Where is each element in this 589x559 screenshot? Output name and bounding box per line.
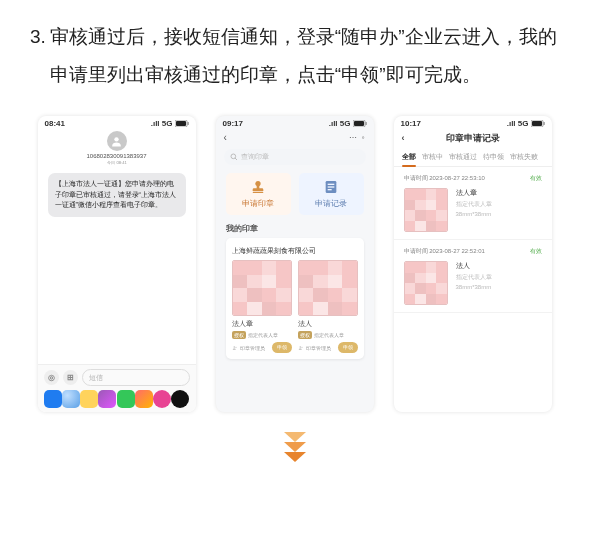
- svg-point-3: [114, 137, 118, 141]
- svg-marker-23: [284, 452, 306, 462]
- time-label: 申请时间: [404, 175, 428, 181]
- svg-line-8: [235, 158, 237, 160]
- record-item[interactable]: 申请时间 2023-08-27 22:53:10 有效 法人章 指定代表人章 3…: [394, 167, 552, 240]
- claim-button[interactable]: 申领: [338, 342, 358, 353]
- back-icon[interactable]: ‹: [402, 133, 405, 143]
- filter-tab-failed[interactable]: 审核失败: [510, 148, 538, 166]
- dock-icon[interactable]: [62, 390, 80, 408]
- records-title: 印章申请记录: [446, 133, 500, 143]
- signal-text: .ıll 5G: [507, 119, 529, 128]
- signal-text: .ıll 5G: [151, 119, 173, 128]
- seal-app-phone: 09:17 .ıll 5G ‹ ⋯ ◦ 查询印章 申请印章: [216, 116, 374, 412]
- clock: 09:17: [223, 119, 243, 128]
- step-text: 审核通过后，接收短信通知，登录“随申办”企业云进入，我的申请里列出审核通过的印章…: [50, 18, 559, 94]
- dock-icon[interactable]: [117, 390, 135, 408]
- svg-rect-19: [532, 121, 542, 126]
- back-icon[interactable]: ‹: [224, 132, 227, 143]
- instruction-step: 3. 审核通过后，接收短信通知，登录“随申办”企业云进入，我的申请里列出审核通过…: [30, 18, 559, 94]
- sms-header: 106802830091383937 今日 08:41: [38, 129, 196, 165]
- dock-icon[interactable]: [135, 390, 153, 408]
- svg-marker-21: [284, 432, 306, 442]
- seal-item[interactable]: 法人章 授权指定代表人章 印章管理员 申领: [232, 260, 292, 353]
- screenshot-row: 08:41 .ıll 5G 106802830091383937 今日 08:4…: [30, 116, 559, 412]
- filter-tab-pending[interactable]: 待申领: [483, 148, 504, 166]
- contact-avatar[interactable]: [107, 131, 127, 151]
- dock-icon[interactable]: [171, 390, 189, 408]
- tab-apply-seal[interactable]: 申请印章: [226, 173, 291, 215]
- sms-input[interactable]: 短信: [82, 369, 190, 386]
- record-thumbnail: [404, 188, 448, 232]
- record-time: 2023-08-27 22:53:10: [429, 175, 485, 181]
- record-sub1: 指定代表人章: [456, 273, 492, 282]
- tab-apply-label: 申请印章: [242, 198, 274, 209]
- dock-icon[interactable]: [153, 390, 171, 408]
- sms-footer: ◎ ⊞ 短信: [38, 364, 196, 412]
- auth-badge: 授权: [298, 331, 312, 339]
- svg-rect-9: [253, 192, 264, 193]
- badge-subtext: 指定代表人章: [248, 332, 278, 338]
- signal-indicators: .ıll 5G: [151, 119, 189, 128]
- filter-tab-passed[interactable]: 审核通过: [449, 148, 477, 166]
- search-input[interactable]: 查询印章: [224, 149, 366, 165]
- clock: 08:41: [45, 119, 65, 128]
- status-bar: 08:41 .ıll 5G: [38, 116, 196, 129]
- people-icon: [232, 345, 238, 351]
- status-bar: 09:17 .ıll 5G: [216, 116, 374, 129]
- manage-link[interactable]: 印章管理员: [232, 345, 265, 351]
- sms-bubble[interactable]: 【上海市法人一证通】您申请办理的电子印章已审核通过，请登录“上海市法人一证通”微…: [48, 173, 186, 217]
- stamp-icon: [250, 179, 266, 195]
- records-phone: 10:17 .ıll 5G ‹ 印章申请记录 全部 审核中 审核通过 待申领 审…: [394, 116, 552, 412]
- record-thumbnail: [404, 261, 448, 305]
- record-filter-tabs: 全部 审核中 审核通过 待申领 审核失败: [394, 148, 552, 167]
- svg-rect-5: [354, 121, 364, 126]
- chevron-down-icon: [280, 430, 310, 466]
- dock-icon[interactable]: [80, 390, 98, 408]
- svg-rect-2: [187, 122, 188, 125]
- record-sub2: 38mm*38mm: [456, 211, 492, 217]
- status-bar: 10:17 .ıll 5G: [394, 116, 552, 129]
- person-icon: [110, 135, 123, 148]
- claim-button[interactable]: 申领: [272, 342, 292, 353]
- seal-name: 法人章: [232, 319, 292, 329]
- section-my-seals: 我的印章: [226, 223, 364, 234]
- auth-badge: 授权: [232, 331, 246, 339]
- search-placeholder: 查询印章: [241, 152, 269, 162]
- battery-icon: [531, 120, 545, 127]
- svg-rect-13: [328, 189, 332, 190]
- filter-tab-all[interactable]: 全部: [402, 148, 416, 166]
- sender-id: 106802830091383937: [86, 153, 146, 159]
- svg-rect-20: [543, 122, 544, 125]
- record-sub1: 指定代表人章: [456, 200, 492, 209]
- header-menu-icon[interactable]: ⋯ ◦: [349, 133, 365, 142]
- dock-icon[interactable]: [98, 390, 116, 408]
- down-arrow-indicator: [30, 430, 559, 466]
- record-item[interactable]: 申请时间 2023-08-27 22:52:01 有效 法人 指定代表人章 38…: [394, 240, 552, 313]
- signal-text: .ıll 5G: [329, 119, 351, 128]
- svg-marker-22: [284, 442, 306, 452]
- svg-rect-6: [365, 122, 366, 125]
- svg-point-17: [301, 346, 302, 347]
- search-icon: [230, 153, 238, 161]
- records-header: ‹ 印章申请记录: [394, 129, 552, 148]
- camera-chip[interactable]: ◎: [44, 370, 59, 385]
- filter-tab-reviewing[interactable]: 审核中: [422, 148, 443, 166]
- tab-apply-records[interactable]: 申请记录: [299, 173, 364, 215]
- record-sub2: 38mm*38mm: [456, 284, 492, 290]
- app-dock: [38, 390, 196, 408]
- svg-point-15: [235, 346, 236, 347]
- battery-icon: [175, 120, 189, 127]
- svg-rect-12: [328, 186, 335, 187]
- manage-link[interactable]: 印章管理员: [298, 345, 331, 351]
- app-store-chip[interactable]: ⊞: [63, 370, 78, 385]
- grid-icon: ⊞: [67, 373, 74, 382]
- battery-icon: [353, 120, 367, 127]
- company-name: 上海鲜蔬蔬果刻食有限公司: [232, 246, 358, 256]
- people-icon: [298, 345, 304, 351]
- seal-item[interactable]: 法人 授权指定代表人章 印章管理员 申领: [298, 260, 358, 353]
- company-card: 上海鲜蔬蔬果刻食有限公司 法人章 授权指定代表人章 印章管理员 申领 法人: [226, 238, 364, 359]
- signal-indicators: .ıll 5G: [507, 119, 545, 128]
- dock-icon[interactable]: [44, 390, 62, 408]
- sms-phone: 08:41 .ıll 5G 106802830091383937 今日 08:4…: [38, 116, 196, 412]
- clock: 10:17: [401, 119, 421, 128]
- svg-rect-1: [176, 121, 186, 126]
